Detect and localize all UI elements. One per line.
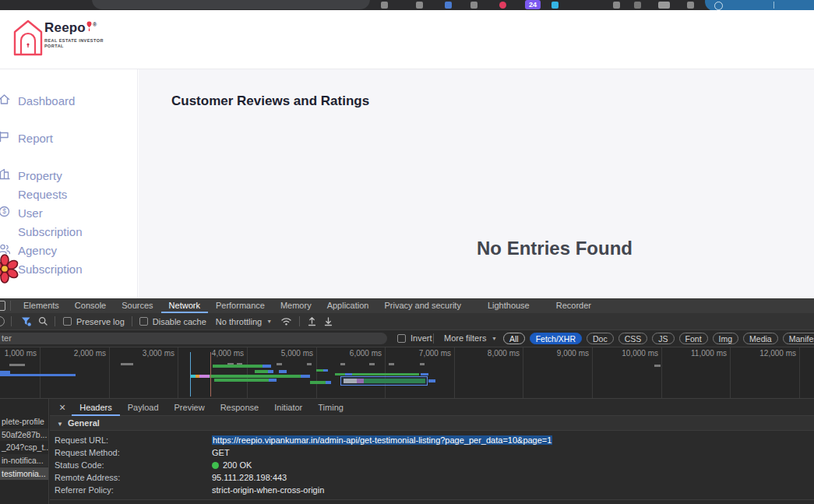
close-icon[interactable]: × [59,399,65,416]
detail-tab-headers[interactable]: Headers [72,399,120,416]
waterfall-bar [279,370,287,373]
request-url-value: https://reepio.vipankumar.in/admin-api/g… [212,435,552,445]
detail-tab-initiator[interactable]: Initiator [266,399,310,416]
devtools-tab-console[interactable]: Console [67,298,114,313]
chip-img[interactable]: Img [713,333,739,344]
kv-label: Request URL: [55,434,108,446]
timeline-tick-label: 6,000 ms [333,349,382,358]
browser-urlbar[interactable] [92,0,370,9]
page-event-line [190,352,191,397]
timeline-gridline [523,347,523,399]
extension-icon[interactable] [499,2,506,9]
request-row-selected[interactable]: testimonia... [0,467,48,480]
disable-cache-label[interactable]: Disable cache [153,317,206,326]
chip-js[interactable]: JS [652,333,674,344]
extension-icon[interactable] [687,2,694,9]
timeline-tick-label: 5,000 ms [265,349,313,358]
chip-media[interactable]: Media [743,333,778,344]
detail-tab-payload[interactable]: Payload [120,399,167,416]
extension-icon[interactable] [445,2,452,9]
request-row[interactable]: in-notifica... [0,454,48,467]
selected-request-outline [340,376,428,386]
extension-icon[interactable] [658,2,670,9]
extension-icon[interactable] [613,2,620,9]
detail-tab-preview[interactable]: Preview [167,399,213,416]
sidebar-item-dashboard[interactable]: Dashboard [0,92,110,111]
chip-manifest[interactable]: Manifest [783,333,814,344]
devtools-tab-memory[interactable]: Memory [273,298,319,313]
request-row[interactable]: _204?csp_t... [0,441,48,453]
chip-all[interactable]: All [503,333,525,344]
chip-font[interactable]: Font [679,333,708,344]
preserve-log-label[interactable]: Preserve log [76,317,125,326]
remote-address-value: 95.111.228.198:443 [212,471,287,484]
sidebar-item-property-requests[interactable]: Property Requests [0,167,110,204]
invert-label[interactable]: Invert [411,333,432,343]
waterfall-bar [323,369,328,372]
search-icon[interactable] [38,316,48,326]
timeline-tick-label: 2,000 ms [58,349,106,358]
extension-icon[interactable] [634,2,641,9]
devtools-tab-performance[interactable]: Performance [208,298,273,313]
general-section-header[interactable]: ▼General [50,416,814,431]
devtools-tab-elements[interactable]: Elements [16,298,67,313]
filter-icon[interactable] [21,316,31,326]
detail-tab-timing[interactable]: Timing [310,399,351,416]
sidebar-item-user-subscription[interactable]: $ User Subscription [0,204,110,241]
devtools-panel: Elements Console Sources Network Perform… [0,298,814,504]
header-row-status-code: Status Code: 200 OK [50,459,814,471]
extension-icon[interactable] [416,2,423,9]
empty-state-message: No Entries Found [477,238,633,259]
request-row[interactable]: plete-profile [0,415,48,428]
devtools-tab-lighthouse[interactable]: Lighthouse [480,298,537,313]
detail-tab-response[interactable]: Response [213,399,267,416]
waterfall-bar [269,379,277,382]
chip-doc[interactable]: Doc [587,333,614,344]
flower-cursor-icon [0,254,19,284]
extension-icon[interactable] [381,2,388,9]
extension-icon[interactable] [470,2,477,9]
brand-name: Reepo® [44,20,97,36]
extension-icon[interactable] [551,2,559,9]
page-title: Customer Reviews and Ratings [171,93,369,109]
throttling-select[interactable]: No throttling [216,317,262,326]
devtools-tab-recorder[interactable]: Recorder [548,298,599,313]
request-type-chips: All Fetch/XHR Doc CSS JS Font Img Media … [503,333,814,344]
tab-count-badge[interactable]: 24 [525,0,541,9]
timeline-tick-label: 8,000 ms [471,349,520,358]
network-overview-timeline[interactable]: 1,000 ms2,000 ms3,000 ms4,000 ms5,000 ms… [0,347,814,399]
invert-checkbox[interactable] [397,334,406,343]
sidebar-item-report[interactable]: Report [0,129,110,148]
timeline-gridline [178,347,178,399]
waterfall-bar [213,365,263,368]
timeline-tick-label: 1,000 ms [0,349,37,358]
disable-cache-checkbox[interactable] [139,317,148,326]
devtools-tab-privacy[interactable]: Privacy and security [376,298,468,313]
request-row[interactable]: 50af2e87b... [0,428,48,441]
sidebar-item-label: Agency Subscription [18,241,110,279]
request-detail-panel: × Headers Payload Preview Response Initi… [50,399,814,504]
devtools-tab-application[interactable]: Application [319,298,377,313]
chip-fetch-xhr[interactable]: Fetch/XHR [530,333,582,344]
devtools-tab-sources[interactable]: Sources [114,298,160,313]
preserve-log-checkbox[interactable] [63,317,72,326]
network-conditions-icon[interactable] [280,316,292,326]
sidebar: Dashboard Report Property Requests $ Use… [0,69,138,298]
timeline-gridline [799,347,800,399]
waterfall-bar [421,373,428,375]
chip-css[interactable]: CSS [618,333,648,344]
timeline-gridline [454,347,455,399]
waterfall-bar [326,381,331,384]
kv-label: Request Method: [55,446,120,459]
devtools-tab-network[interactable]: Network [161,298,208,313]
record-button[interactable] [0,316,5,326]
waterfall-bar [301,375,310,378]
status-code-value: 200 OK [223,460,252,470]
import-har-icon[interactable] [308,316,316,326]
device-toolbar-icon[interactable] [0,301,5,311]
filter-input[interactable]: ter [0,333,387,344]
network-filterbar: ter Invert More filters ▼ All Fetch/XHR … [0,330,814,347]
export-har-icon[interactable] [324,316,333,326]
more-filters-button[interactable]: More filters [444,333,486,343]
browser-profile-pill[interactable] [705,0,814,11]
